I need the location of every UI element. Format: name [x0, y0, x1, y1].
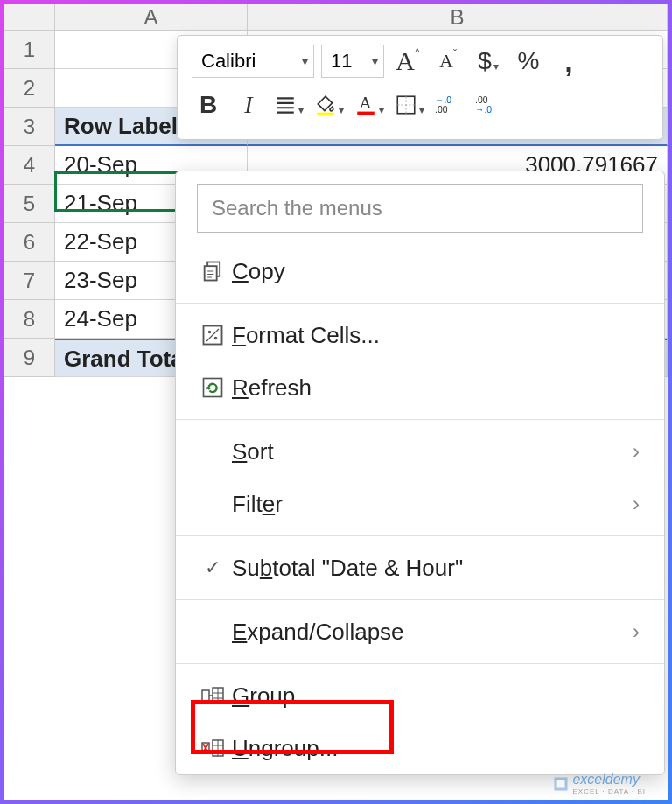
align-icon: [274, 94, 297, 116]
row-header[interactable]: 4: [4, 146, 54, 185]
menu-label: Subtotal "Date & Hour": [232, 555, 640, 582]
menu-sort[interactable]: Sort ›: [176, 425, 664, 478]
row-header[interactable]: 1: [4, 31, 54, 69]
increase-font-icon: A: [396, 46, 415, 76]
check-icon: ✓: [193, 556, 232, 579]
menu-refresh[interactable]: Refresh: [176, 361, 664, 414]
svg-text:A: A: [359, 94, 371, 112]
comma-icon: ,: [564, 57, 572, 66]
context-menu: Search the menus Copy Format Cells... Re…: [175, 171, 665, 775]
chevron-down-icon: ▾: [494, 60, 499, 73]
menu-separator: [176, 303, 664, 304]
svg-text:→.0: →.0: [475, 105, 492, 115]
chevron-down-icon: ▾: [298, 104, 304, 116]
svg-rect-14: [202, 690, 209, 701]
row-header[interactable]: 8: [4, 300, 54, 339]
fill-bucket-icon: [314, 94, 337, 116]
menu-separator: [176, 419, 664, 420]
menu-subtotal[interactable]: ✓ Subtotal "Date & Hour": [176, 542, 664, 594]
chevron-down-icon: ▾: [372, 54, 378, 68]
svg-point-12: [214, 337, 218, 340]
percent-button[interactable]: %: [512, 45, 545, 78]
font-size-select[interactable]: 11 ▾: [321, 45, 384, 78]
menu-filter[interactable]: Filter ›: [176, 478, 664, 530]
menu-label: Copy: [232, 258, 640, 285]
row-headers: 1 2 3 4 5 6 7 8 9: [4, 31, 55, 377]
menu-separator: [176, 663, 664, 664]
decrease-font-icon: A: [439, 50, 453, 73]
menu-label: Ungroup...: [232, 735, 640, 762]
decrease-decimal-button[interactable]: .00 →.0: [473, 88, 507, 122]
currency-button[interactable]: $ ▾: [472, 45, 505, 78]
watermark-brand: exceldemy: [572, 772, 646, 787]
refresh-icon: [193, 375, 232, 400]
menu-group[interactable]: Group...: [176, 669, 664, 722]
menu-label: Expand/Collapse: [232, 619, 633, 646]
font-size-value: 11: [331, 50, 352, 73]
row-header[interactable]: 3: [4, 108, 54, 146]
menu-label: Format Cells...: [232, 322, 640, 349]
chevron-down-icon: ▾: [339, 104, 344, 116]
svg-rect-2: [357, 112, 374, 115]
row-header[interactable]: 6: [4, 223, 54, 262]
fill-color-button[interactable]: ▾: [312, 88, 346, 122]
svg-text:.00: .00: [435, 105, 448, 115]
increase-decimal-icon: ←.0 .00: [435, 94, 465, 116]
row-header[interactable]: 5: [4, 185, 54, 223]
menu-copy[interactable]: Copy: [176, 245, 664, 297]
group-icon: [193, 683, 232, 708]
svg-rect-19: [557, 780, 565, 787]
watermark-tag: EXCEL · DATA · BI: [572, 787, 646, 795]
borders-icon: [395, 94, 417, 116]
col-header-a[interactable]: A: [55, 4, 248, 30]
svg-text:.00: .00: [475, 95, 488, 105]
row-header[interactable]: 9: [4, 339, 54, 377]
logo-icon: [553, 776, 569, 792]
increase-font-button[interactable]: A ^: [391, 45, 424, 78]
italic-button[interactable]: I: [232, 88, 265, 122]
font-color-icon: A: [354, 94, 377, 116]
column-headers: A B: [55, 4, 668, 31]
row-header[interactable]: 7: [4, 262, 54, 300]
font-family-select[interactable]: Calibri ▾: [192, 45, 314, 78]
svg-rect-9: [205, 266, 217, 280]
menu-search-input[interactable]: Search the menus: [197, 184, 643, 233]
chevron-down-icon: ▾: [302, 54, 308, 68]
chevron-right-icon: ›: [633, 619, 640, 644]
align-button[interactable]: ▾: [272, 88, 305, 122]
copy-icon: [193, 259, 232, 283]
menu-separator: [176, 599, 664, 600]
row-header[interactable]: 2: [4, 69, 54, 108]
font-family-value: Calibri: [201, 50, 256, 73]
increase-decimal-button[interactable]: ←.0 .00: [433, 88, 466, 122]
watermark: exceldemy EXCEL · DATA · BI: [553, 772, 646, 795]
svg-rect-0: [317, 113, 334, 115]
comma-style-button[interactable]: ,: [552, 45, 585, 78]
select-all-corner[interactable]: [4, 4, 55, 31]
menu-format-cells[interactable]: Format Cells...: [176, 309, 664, 361]
font-color-button[interactable]: A ▾: [353, 88, 386, 122]
col-header-b[interactable]: B: [248, 4, 668, 30]
mini-toolbar: Calibri ▾ 11 ▾ A ^ A ˇ $ ▾ % , B I ▾: [177, 35, 663, 140]
search-placeholder: Search the menus: [212, 196, 382, 220]
menu-ungroup[interactable]: Ungroup...: [176, 722, 664, 774]
menu-label: Sort: [232, 438, 633, 465]
currency-icon: $: [478, 47, 492, 75]
menu-label: Group...: [232, 682, 640, 710]
menu-separator: [176, 535, 664, 536]
chevron-down-icon: ▾: [419, 104, 424, 116]
menu-label: Filter: [232, 491, 633, 518]
decrease-font-button[interactable]: A ˇ: [431, 45, 465, 78]
svg-text:←.0: ←.0: [435, 95, 452, 105]
menu-expand-collapse[interactable]: Expand/Collapse ›: [176, 605, 664, 658]
decrease-decimal-icon: .00 →.0: [475, 94, 505, 116]
menu-label: Refresh: [232, 374, 640, 402]
borders-button[interactable]: ▾: [393, 88, 426, 122]
chevron-down-icon: ▾: [379, 104, 384, 116]
percent-icon: %: [518, 47, 540, 75]
svg-rect-13: [204, 379, 222, 397]
ungroup-icon: [193, 736, 232, 760]
bold-button[interactable]: B: [192, 88, 225, 122]
svg-point-11: [208, 331, 212, 334]
chevron-right-icon: ›: [633, 439, 640, 464]
